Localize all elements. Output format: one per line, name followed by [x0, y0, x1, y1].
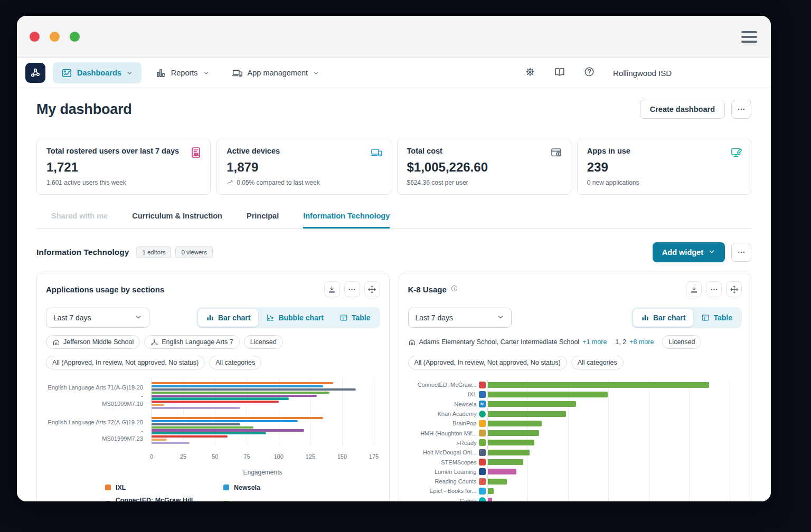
widget-k8-usage: K-8 Usage Last 7 days Bar chartTable Ada… [399, 273, 752, 501]
app-label: Canva [408, 498, 477, 501]
chart-row: Khan Academy [408, 409, 742, 419]
add-widget-button[interactable]: Add widget [653, 242, 725, 262]
filter-chip[interactable]: English Language Arts 7 [144, 335, 240, 349]
move-button[interactable] [364, 281, 380, 297]
filter-label: 1, 2 [615, 338, 626, 346]
app-label: Reading Counts [408, 478, 477, 484]
bar [488, 421, 542, 426]
chart-row: NewselaN [408, 400, 742, 409]
tab-principal[interactable]: Principal [247, 212, 279, 229]
nav-items: DashboardsReportsApp management [53, 62, 328, 83]
filter-chip[interactable]: All (Approved, In review, Not approved, … [408, 356, 567, 369]
filter-chip[interactable]: All categories [571, 356, 624, 369]
chart-row: i-Ready [408, 438, 742, 448]
brand-logo[interactable] [25, 63, 45, 83]
bar [152, 423, 240, 425]
filter-chip[interactable]: All categories [209, 356, 261, 369]
widgets-row: Applications usage by sections Last 7 da… [36, 273, 751, 501]
move-icon [730, 285, 739, 294]
filter-item[interactable]: 1, 2+8 more [615, 338, 654, 346]
legend-item: Holt McDougal Online (My HRW) [223, 497, 380, 501]
download-button[interactable] [686, 281, 702, 297]
table-sm-icon [701, 314, 710, 322]
section-title: Information Technology [36, 248, 129, 257]
stats-row: Total rostered users over last 7 days1,7… [36, 139, 751, 195]
info-icon[interactable] [450, 284, 458, 294]
top-nav: DashboardsReportsApp management Rollingw… [17, 58, 771, 88]
filter-chip[interactable]: Licensed [662, 335, 701, 349]
permission-badge[interactable]: 1 editors [136, 246, 171, 258]
traffic-light-zoom[interactable] [70, 32, 80, 42]
time-range-select[interactable]: Last 7 days [46, 308, 149, 328]
view-label: Bar chart [653, 314, 685, 322]
filter-label: Adams Elementary School, Carter Intermed… [419, 338, 580, 346]
traffic-light-close[interactable] [30, 32, 40, 42]
nav-item-label: Dashboards [77, 69, 121, 77]
view-bar-chart[interactable]: Bar chart [198, 309, 258, 327]
stat-value: 239 [587, 160, 741, 175]
view-bar-chart[interactable]: Bar chart [633, 309, 693, 327]
category-label: English Language Arts 71(A-G)19-20 -MS01… [46, 384, 147, 408]
filter-label: All categories [578, 359, 617, 366]
nav-item-app-management[interactable]: App management [223, 62, 328, 83]
filter-label: English Language Arts 7 [162, 338, 233, 346]
hierarchy-icon [150, 338, 158, 346]
view-switcher: Bar chartBubble chartTable [196, 307, 380, 328]
bar [152, 395, 317, 397]
chart-legend: IXLNewselaConnectED: McGraw Hill Educati… [105, 484, 380, 501]
app-label: IXL [408, 391, 477, 397]
chart-row: Canva [408, 496, 742, 501]
stat-value: 1,879 [227, 160, 381, 175]
help-icon[interactable] [583, 66, 595, 80]
widget-applications-usage: Applications usage by sections Last 7 da… [36, 273, 390, 501]
view-label: Table [352, 314, 371, 322]
show-more-link[interactable]: +8 more [629, 338, 654, 346]
filter-chip[interactable]: All (Approved, In review, Not approved, … [46, 356, 205, 369]
chart-category-group: English Language Arts 71(A-G)19-20 -MS01… [46, 382, 380, 410]
tab-curriculum-instruction[interactable]: Curriculum & Instruction [132, 212, 222, 229]
permission-badge[interactable]: 0 viewers [175, 246, 213, 258]
filter-chip[interactable]: Licensed [244, 335, 283, 349]
legend-item: Newsela [223, 484, 380, 491]
time-range-select[interactable]: Last 7 days [408, 308, 512, 328]
app-label: Holt McDougal Onl... [408, 449, 477, 455]
create-dashboard-button[interactable]: Create dashboard [640, 100, 725, 119]
bar-chart-sm-icon [206, 314, 214, 322]
traffic-light-minimize[interactable] [50, 32, 60, 42]
book-icon[interactable] [554, 66, 565, 80]
bar [152, 429, 304, 431]
legend-swatch [105, 501, 111, 501]
move-button[interactable] [726, 281, 742, 297]
section-more-button[interactable] [731, 243, 751, 262]
stat-card: Apps in use2390 new applications [577, 139, 751, 195]
bar [488, 382, 710, 388]
app-icon [479, 478, 486, 485]
nav-item-dashboards[interactable]: Dashboards [53, 62, 142, 83]
tab-information-technology[interactable]: Information Technology [303, 212, 390, 229]
filter-label: All (Approved, In review, Not approved, … [414, 359, 561, 366]
chevron-down-icon [708, 248, 715, 255]
app-label: BrainPop [408, 420, 477, 426]
tab-shared-with-me[interactable]: Shared with me [51, 212, 108, 229]
bar [152, 426, 253, 429]
view-table[interactable]: Table [693, 309, 740, 327]
hamburger-menu-icon[interactable] [741, 31, 757, 43]
show-more-link[interactable]: +1 more [582, 338, 607, 346]
filter-item[interactable]: Adams Elementary School, Carter Intermed… [408, 338, 607, 346]
filter-label: All categories [215, 359, 255, 366]
bar [152, 397, 289, 400]
more-button[interactable] [706, 281, 722, 297]
view-bubble-chart[interactable]: Bubble chart [258, 309, 332, 327]
app-label: Newsela [408, 401, 477, 407]
filter-chip[interactable]: Jefferson Middle School [46, 335, 140, 349]
more-button[interactable] [344, 281, 360, 297]
view-table[interactable]: Table [332, 309, 379, 327]
nav-item-reports[interactable]: Reports [147, 62, 218, 83]
download-button[interactable] [324, 281, 340, 297]
gear-icon[interactable] [524, 66, 536, 80]
stat-value: 1,721 [46, 160, 201, 175]
app-icon [479, 430, 486, 436]
stat-title: Total cost [407, 147, 561, 155]
gear-icon [524, 66, 536, 78]
dashboard-more-button[interactable] [731, 100, 751, 119]
